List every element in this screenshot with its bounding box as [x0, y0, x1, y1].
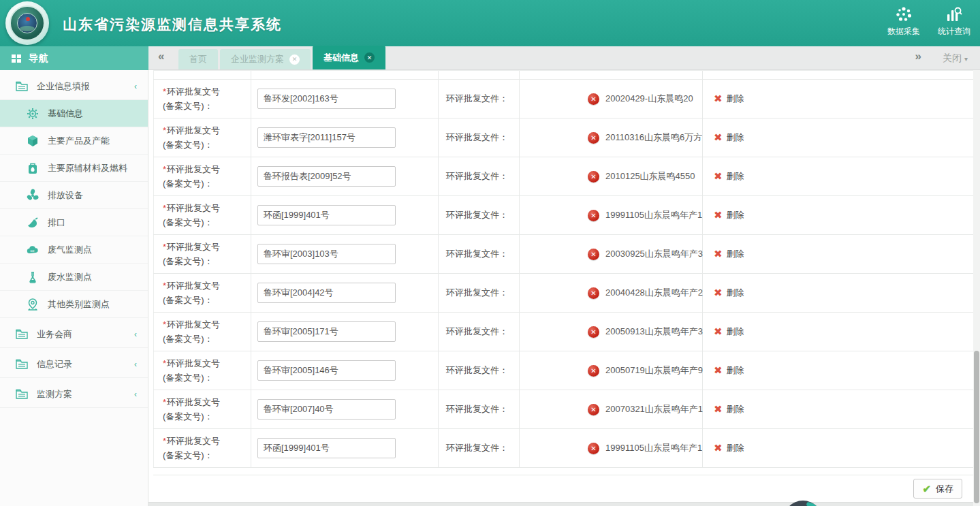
data-collection-button[interactable]: 数据采集: [887, 5, 920, 37]
delete-x-icon: ✖: [714, 93, 723, 105]
doc-no-input[interactable]: [257, 244, 396, 264]
delete-label: 删除: [727, 364, 744, 377]
tab-2[interactable]: 企业监测方案✕: [220, 49, 311, 69]
doc-no-label: *环评批复文号(备案文号)：: [163, 240, 220, 269]
doc-no-input[interactable]: [257, 399, 396, 420]
remove-file-icon[interactable]: ✕: [588, 443, 599, 454]
delete-button[interactable]: ✖删除: [703, 157, 974, 195]
required-mark: *: [163, 319, 166, 330]
sidebar-item-5[interactable]: 排放设备: [0, 182, 148, 209]
remove-file-icon[interactable]: ✕: [588, 171, 599, 183]
sidebar-item-label: 排口: [48, 217, 65, 229]
delete-label: 删除: [727, 442, 744, 454]
delete-button[interactable]: ✖删除: [703, 429, 974, 467]
tab-3[interactable]: 基础信息✕: [313, 46, 385, 69]
tab-scroll-right-icon[interactable]: »: [915, 50, 920, 63]
doc-no-input[interactable]: [257, 283, 396, 303]
delete-button[interactable]: ✖删除: [703, 390, 974, 428]
required-mark: *: [163, 281, 166, 291]
delete-button[interactable]: ✖删除: [703, 118, 974, 157]
delete-button[interactable]: ✖删除: [703, 274, 974, 312]
file-name[interactable]: 19991105山东晨鸣年产1: [605, 442, 702, 454]
delete-button[interactable]: ✖删除: [703, 313, 974, 351]
file-name[interactable]: 20050719山东晨鸣年产9: [605, 364, 703, 377]
doc-no-input[interactable]: [257, 89, 396, 109]
statistics-query-button[interactable]: 统计查询: [938, 5, 970, 37]
file-name[interactable]: 20030925山东晨鸣年产3: [605, 248, 703, 260]
delete-button[interactable]: ✖删除: [703, 351, 974, 390]
doc-no-input[interactable]: [257, 321, 396, 342]
save-button[interactable]: ✔ 保存: [913, 479, 962, 499]
sidebar-item-10[interactable]: 业务会商‹: [0, 321, 148, 348]
doc-no-input[interactable]: [257, 438, 396, 458]
file-name[interactable]: 20110316山东晨鸣6万方: [605, 131, 702, 144]
sidebar-item-9[interactable]: 其他类别监测点: [0, 291, 148, 318]
remove-file-icon[interactable]: ✕: [588, 249, 599, 260]
sidebar-item-1[interactable]: 企业信息填报‹: [0, 73, 148, 100]
sidebar-item-11[interactable]: 信息记录‹: [0, 351, 148, 378]
file-label: 环评批复文件：: [446, 442, 508, 454]
file-name[interactable]: 20050913山东晨鸣年产3: [605, 326, 703, 338]
remove-file-icon[interactable]: ✕: [588, 93, 599, 105]
vertical-scrollbar[interactable]: [973, 70, 980, 506]
remove-file-icon[interactable]: ✕: [588, 365, 599, 377]
remove-file-icon[interactable]: ✕: [588, 210, 599, 221]
doc-no-input[interactable]: [257, 127, 396, 148]
sidebar-item-2[interactable]: 基础信息: [0, 100, 148, 127]
delete-button[interactable]: ✖删除: [703, 235, 974, 273]
scrollbar-thumb[interactable]: [974, 351, 979, 503]
delete-button[interactable]: ✖删除: [703, 196, 974, 234]
tab-close-icon[interactable]: ✕: [364, 52, 375, 63]
remove-file-icon[interactable]: ✕: [588, 132, 599, 144]
sidebar-item-7[interactable]: co废气监测点: [0, 236, 148, 264]
file-name[interactable]: 20040428山东晨鸣年产2: [605, 287, 703, 299]
required-mark: *: [163, 397, 166, 407]
delete-x-icon: ✖: [714, 403, 723, 415]
tab-1[interactable]: 首页: [178, 49, 218, 69]
delete-x-icon: ✖: [714, 364, 723, 377]
logo-globe: [17, 13, 37, 33]
main-content: *环评批复文号(备案文号)：环评批复文件：✕20020429-山东晨鸣20✖删除…: [148, 70, 980, 506]
file-name[interactable]: 19991105山东晨鸣年产1: [605, 209, 702, 221]
sidebar-item-6[interactable]: 排口: [0, 209, 148, 236]
required-mark: *: [163, 164, 166, 174]
sidebar-item-label: 业务会商: [37, 328, 72, 341]
file-label: 环评批复文件：: [446, 248, 508, 260]
tab-scroll-left-icon[interactable]: «: [158, 50, 163, 63]
file-label: 环评批复文件：: [446, 364, 508, 377]
required-mark: *: [163, 436, 166, 446]
file-name[interactable]: 2010125山东晨鸣4550: [605, 170, 695, 183]
doc-no-input[interactable]: [257, 205, 396, 225]
sidebar-item-4[interactable]: 主要原辅材料及燃料: [0, 155, 148, 182]
sidebar: 企业信息填报‹基础信息主要产品及产能主要原辅材料及燃料排放设备排口co废气监测点…: [0, 70, 148, 506]
required-mark: *: [163, 203, 166, 213]
close-menu-dropdown[interactable]: 关闭 ▾: [943, 52, 968, 65]
folder-icon: [15, 388, 29, 401]
sidebar-item-label: 其他类别监测点: [48, 298, 110, 311]
sidebar-item-12[interactable]: 监测方案‹: [0, 381, 148, 408]
delete-button[interactable]: ✖删除: [703, 80, 974, 118]
sidebar-item-label: 监测方案: [37, 388, 72, 400]
table-row: *环评批复文号(备案文号)：环评批复文件：✕20050719山东晨鸣年产9✖删除: [153, 351, 974, 390]
doc-no-input[interactable]: [257, 166, 396, 187]
file-label: 环评批复文件：: [446, 131, 508, 144]
sidebar-item-8[interactable]: 废水监测点: [0, 264, 148, 291]
remove-file-icon[interactable]: ✕: [588, 326, 599, 338]
remove-file-icon[interactable]: ✕: [588, 287, 599, 299]
delete-x-icon: ✖: [714, 209, 723, 221]
tab-label: 企业监测方案: [231, 53, 284, 65]
fan-icon: [26, 189, 39, 202]
file-name[interactable]: 20070321山东晨鸣年产1: [605, 403, 703, 415]
doc-no-label: *环评批复文号(备案文号)：: [163, 84, 220, 114]
doc-no-label: *环评批复文号(备案文号)：: [163, 279, 220, 308]
table-row: *环评批复文号(备案文号)：环评批复文件：✕19991105山东晨鸣年产1✖删除: [153, 196, 974, 235]
remove-file-icon[interactable]: ✕: [588, 404, 599, 415]
chevron-left-icon: ‹: [134, 82, 137, 91]
location-pin-icon: [26, 298, 39, 311]
doc-no-label: *环评批复文号(备案文号)：: [163, 317, 220, 347]
file-name[interactable]: 20020429-山东晨鸣20: [605, 93, 693, 105]
sidebar-item-3[interactable]: 主要产品及产能: [0, 127, 148, 155]
doc-no-input[interactable]: [257, 360, 396, 381]
tab-close-icon[interactable]: ✕: [289, 54, 300, 65]
doc-no-label: *环评批复文号(备案文号)：: [163, 395, 220, 424]
